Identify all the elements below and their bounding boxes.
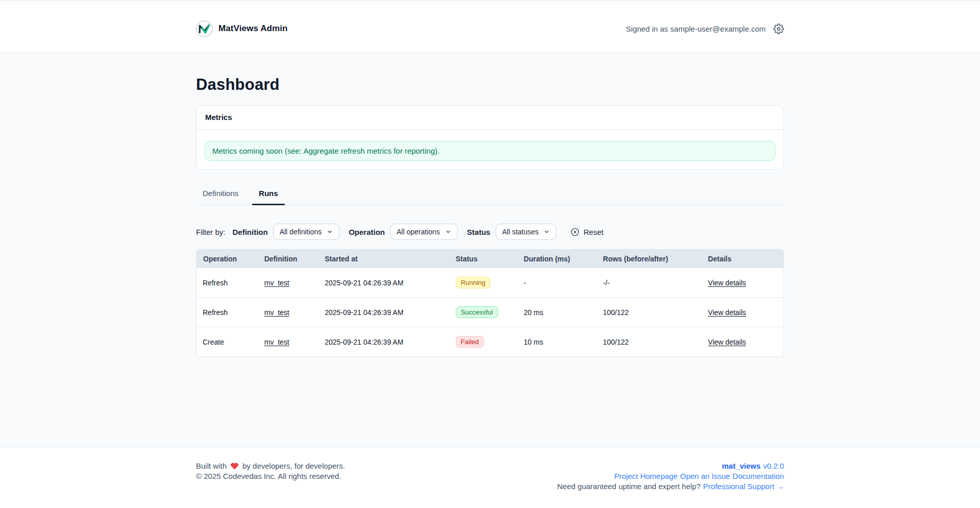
- status-filter-value: All statuses: [502, 228, 539, 236]
- chevron-down-icon: [327, 229, 333, 235]
- reset-filters-button[interactable]: Reset: [571, 228, 603, 236]
- operation-cell: Refresh: [197, 268, 258, 298]
- definition-link[interactable]: mv_test: [264, 338, 289, 346]
- status-cell: Successful: [450, 298, 518, 327]
- column-header: Definition: [258, 250, 318, 268]
- open-an-issue-link[interactable]: Open an Issue: [680, 471, 730, 481]
- filter-bar: Filter by: Definition All definitions Op…: [196, 224, 784, 240]
- app-header: MatViews Admin Signed in as sample-user@…: [0, 5, 980, 53]
- built-with-prefix: Built with: [196, 461, 227, 471]
- project-homepage-link[interactable]: Project Homepage: [614, 471, 677, 481]
- metrics-card: Metrics Metrics coming soon (see: Aggreg…: [196, 105, 784, 170]
- table-row: Refreshmv_test2025-09-21 04:26:39 AMRunn…: [197, 268, 783, 298]
- definition-filter-value: All definitions: [280, 228, 322, 236]
- page-title: Dashboard: [196, 76, 784, 94]
- runs-table: OperationDefinitionStarted atStatusDurat…: [196, 249, 784, 357]
- settings-button[interactable]: [773, 23, 784, 34]
- chevron-down-icon: [445, 229, 451, 235]
- gear-icon: [773, 23, 784, 34]
- brand: MatViews Admin: [196, 20, 288, 37]
- copyright-text: © 2025 Codevedas Inc. All rights reserve…: [196, 471, 341, 481]
- definition-link[interactable]: mv_test: [264, 308, 289, 317]
- status-cell: Running: [450, 268, 518, 298]
- column-header: Started at: [318, 250, 449, 268]
- support-prefix-text: Need guaranteed uptime and expert help?: [557, 481, 701, 492]
- status-filter-label: Status: [467, 228, 491, 236]
- column-header: Rows (before/after): [597, 250, 702, 268]
- view-details-link[interactable]: View details: [708, 279, 746, 287]
- runs-table-body: Refreshmv_test2025-09-21 04:26:39 AMRunn…: [197, 268, 783, 356]
- column-header: Status: [450, 250, 518, 268]
- rows-cell: -/-: [597, 268, 702, 298]
- chevron-down-icon: [544, 229, 550, 235]
- tabs: Definitions Runs: [196, 185, 784, 205]
- runs-table-head: OperationDefinitionStarted atStatusDurat…: [197, 250, 783, 268]
- main-content: Dashboard Metrics Metrics coming soon (s…: [196, 53, 784, 357]
- duration-cell: 10 ms: [518, 327, 597, 357]
- status-filter-select[interactable]: All statuses: [496, 224, 557, 240]
- app-footer: Built with by developers, for developers…: [0, 447, 980, 508]
- duration-cell: -: [518, 268, 597, 298]
- definition-cell: mv_test: [258, 298, 318, 327]
- started-at-cell: 2025-09-21 04:26:39 AM: [318, 298, 449, 327]
- definition-link[interactable]: mv_test: [264, 279, 289, 287]
- definition-filter-label: Definition: [233, 228, 268, 236]
- filter-by-label: Filter by:: [196, 228, 226, 236]
- view-details-link[interactable]: View details: [708, 308, 746, 317]
- operation-filter-value: All operations: [397, 228, 440, 236]
- tab-definitions[interactable]: Definitions: [196, 185, 245, 205]
- rows-cell: 100/122: [597, 327, 702, 357]
- app-title: MatViews Admin: [218, 23, 288, 34]
- column-header: Duration (ms): [518, 250, 597, 268]
- column-header: Details: [702, 250, 783, 268]
- details-cell: View details: [702, 268, 783, 298]
- duration-cell: 20 ms: [518, 298, 597, 327]
- built-with-suffix: by developers, for developers.: [242, 461, 345, 471]
- column-header: Operation: [197, 250, 258, 268]
- mat-views-link[interactable]: mat_views: [722, 461, 761, 471]
- version-text: v0.2.0: [763, 461, 784, 471]
- definition-filter-select[interactable]: All definitions: [273, 224, 340, 240]
- matviews-logo: [196, 20, 213, 37]
- signed-in-text: Signed in as sample-user@example.com: [626, 25, 766, 33]
- started-at-cell: 2025-09-21 04:26:39 AM: [318, 327, 449, 357]
- status-badge: Failed: [456, 336, 484, 348]
- tab-runs[interactable]: Runs: [252, 185, 285, 205]
- rows-cell: 100/122: [597, 298, 702, 327]
- operation-filter-select[interactable]: All operations: [390, 224, 458, 240]
- operation-filter-label: Operation: [349, 228, 385, 236]
- table-row: Refreshmv_test2025-09-21 04:26:39 AMSucc…: [197, 298, 783, 327]
- status-badge: Successful: [456, 306, 498, 318]
- documentation-link[interactable]: Documentation: [732, 471, 784, 481]
- definition-cell: mv_test: [258, 327, 318, 357]
- professional-support-link[interactable]: Professional Support →: [703, 481, 784, 492]
- definition-cell: mv_test: [258, 268, 318, 298]
- view-details-link[interactable]: View details: [708, 338, 746, 346]
- x-circle-icon: [571, 228, 579, 236]
- status-badge: Running: [456, 277, 491, 288]
- table-header-row: OperationDefinitionStarted atStatusDurat…: [197, 250, 783, 268]
- table-row: Createmv_test2025-09-21 04:26:39 AMFaile…: [197, 327, 783, 357]
- metrics-card-title: Metrics: [205, 113, 232, 122]
- started-at-cell: 2025-09-21 04:26:39 AM: [318, 268, 449, 298]
- operation-cell: Create: [197, 327, 258, 357]
- red-heart-icon: [230, 462, 239, 470]
- metrics-coming-soon-alert: Metrics coming soon (see: Aggregate refr…: [205, 141, 775, 161]
- status-cell: Failed: [450, 327, 518, 357]
- details-cell: View details: [702, 298, 783, 327]
- operation-cell: Refresh: [197, 298, 258, 327]
- details-cell: View details: [702, 327, 783, 357]
- reset-label: Reset: [583, 228, 603, 236]
